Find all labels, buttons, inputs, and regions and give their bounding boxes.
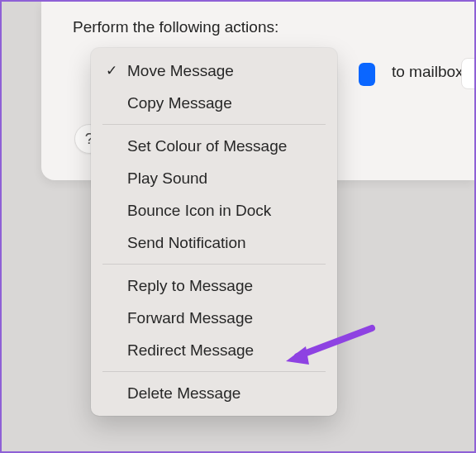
menu-item-label: Reply to Message: [127, 277, 322, 295]
panel-heading: Perform the following actions:: [73, 18, 455, 36]
menu-item-label: Copy Message: [127, 94, 322, 112]
menu-item-forward[interactable]: Forward Message: [91, 302, 337, 334]
menu-item-label: Set Colour of Message: [127, 137, 322, 155]
menu-item-label: Redirect Message: [127, 341, 322, 360]
check-icon: ✓: [106, 62, 127, 79]
menu-item-copy-message[interactable]: Copy Message: [91, 87, 337, 119]
actions-dropdown[interactable]: ✓ Move Message Copy Message Set Colour o…: [91, 48, 337, 416]
menu-item-redirect[interactable]: Redirect Message: [91, 334, 337, 366]
menu-item-bounce-icon[interactable]: Bounce Icon in Dock: [91, 194, 337, 226]
menu-item-label: Play Sound: [127, 169, 322, 188]
to-mailbox-label: to mailbox:: [392, 63, 468, 81]
mailbox-field[interactable]: [461, 58, 476, 89]
selection-highlight: [359, 63, 375, 86]
menu-item-play-sound[interactable]: Play Sound: [91, 162, 337, 194]
menu-item-delete[interactable]: Delete Message: [91, 377, 337, 409]
menu-item-label: Forward Message: [127, 309, 322, 327]
menu-item-reply[interactable]: Reply to Message: [91, 269, 337, 302]
menu-item-label: Delete Message: [127, 384, 322, 403]
menu-item-move-message[interactable]: ✓ Move Message: [91, 55, 337, 87]
menu-item-label: Bounce Icon in Dock: [127, 202, 322, 220]
menu-item-send-notification[interactable]: Send Notification: [91, 226, 337, 259]
menu-separator: [102, 371, 326, 372]
menu-item-set-colour[interactable]: Set Colour of Message: [91, 130, 337, 162]
menu-item-label: Send Notification: [127, 234, 322, 252]
menu-separator: [102, 124, 326, 125]
menu-item-label: Move Message: [127, 62, 322, 80]
menu-separator: [102, 264, 326, 265]
